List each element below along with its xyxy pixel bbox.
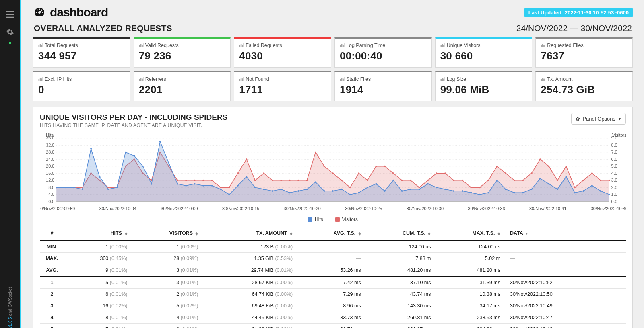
svg-point-205 — [522, 192, 524, 193]
metric-value: 30 660 — [440, 50, 527, 62]
table-header[interactable]: TX. AMOUNT ◆ — [203, 227, 297, 241]
svg-point-203 — [505, 189, 506, 190]
svg-text:1.0: 1.0 — [611, 192, 617, 197]
gear-icon: ✿ — [576, 116, 580, 122]
metric-value: 00:00:40 — [340, 50, 427, 62]
svg-rect-37 — [142, 78, 142, 81]
svg-text:5.0: 5.0 — [611, 164, 617, 168]
svg-point-142 — [539, 158, 541, 160]
table-header[interactable]: # — [40, 227, 64, 241]
svg-point-164 — [168, 162, 169, 164]
date-range: 24/NOV/2022 — 30/NOV/2022 — [516, 23, 632, 33]
svg-rect-48 — [442, 78, 443, 81]
metric-card: Not Found1711 — [234, 71, 331, 101]
table-row[interactable]: 316 (0.02%)5 (0.02%)69.48 KiB (0.00%)8.9… — [40, 300, 626, 312]
table-header[interactable]: DATA ▾ — [505, 227, 626, 241]
table-header[interactable]: HITS ◆ — [64, 227, 132, 241]
table-row[interactable]: 26 (0.01%)2 (0.01%)64.74 KiB (0.00%)7.29… — [40, 289, 626, 300]
svg-rect-32 — [40, 78, 41, 81]
panel-subtitle: HITS HAVING THE SAME IP, DATE AND AGENT … — [40, 123, 227, 128]
svg-text:30/Nov/2022:09:59: 30/Nov/2022:09:59 — [40, 206, 75, 211]
panel-options-button[interactable]: ✿ Panel Options ▼ — [571, 113, 626, 125]
svg-point-107 — [237, 172, 239, 174]
table-header[interactable]: VISITORS ◆ — [132, 227, 203, 241]
svg-point-114 — [297, 180, 299, 181]
svg-text:20.0: 20.0 — [46, 164, 54, 168]
svg-point-108 — [246, 158, 247, 160]
svg-point-175 — [263, 189, 264, 190]
svg-point-194 — [427, 183, 429, 185]
svg-point-144 — [557, 180, 558, 181]
svg-point-184 — [341, 189, 343, 190]
svg-text:4.0: 4.0 — [611, 171, 617, 176]
svg-point-182 — [324, 190, 325, 192]
svg-rect-6 — [38, 47, 43, 47]
svg-text:0.0: 0.0 — [611, 199, 617, 204]
table-row[interactable]: 15 (0.01%)3 (0.01%)28.67 KiB (0.00%)7.42… — [40, 277, 626, 289]
chart-legend: Hits Visitors — [40, 217, 626, 222]
metric-card: Tx. Amount254.73 GiB — [535, 71, 633, 101]
hamburger-icon[interactable] — [4, 9, 16, 20]
svg-point-151 — [56, 187, 57, 188]
svg-point-131 — [444, 172, 446, 174]
svg-point-137 — [496, 166, 498, 167]
svg-point-202 — [496, 180, 498, 181]
svg-rect-43 — [340, 79, 341, 81]
table-header[interactable]: CUM. T.S. ◆ — [366, 227, 436, 241]
svg-text:30/Nov/2022:10:04: 30/Nov/2022:10:04 — [99, 206, 136, 211]
table-row[interactable]: 48 (0.01%)4 (0.01%)44.45 KiB (0.00%)33.7… — [40, 312, 626, 324]
svg-point-188 — [375, 183, 377, 185]
svg-point-152 — [64, 187, 66, 188]
table-header[interactable]: AVG. T.S. ◆ — [297, 227, 366, 241]
svg-point-172 — [237, 185, 239, 187]
svg-point-140 — [522, 180, 524, 181]
svg-point-1 — [36, 12, 37, 13]
svg-point-187 — [367, 187, 368, 188]
gear-icon[interactable] — [4, 27, 16, 38]
svg-rect-38 — [239, 81, 244, 81]
svg-point-106 — [229, 187, 230, 188]
svg-point-127 — [410, 180, 411, 181]
svg-text:28.0: 28.0 — [46, 150, 54, 154]
svg-point-176 — [272, 190, 273, 192]
table-summary-row: AVG.9 (0.01%)3 (0.01%)29.74 MiB (0.01%)5… — [40, 264, 626, 277]
table-header[interactable]: MAX. T.S. ◆ — [436, 227, 505, 241]
svg-rect-30 — [38, 81, 43, 81]
svg-rect-21 — [343, 45, 344, 47]
svg-point-118 — [332, 172, 334, 174]
metric-value: 344 957 — [38, 50, 125, 62]
svg-point-193 — [419, 189, 420, 190]
svg-point-198 — [462, 190, 463, 192]
svg-point-209 — [557, 189, 558, 190]
metric-label: Log Size — [440, 76, 527, 82]
svg-point-104 — [211, 180, 213, 181]
metric-value: 2201 — [139, 84, 226, 96]
version-link[interactable]: v1.6.5 — [8, 317, 12, 328]
svg-point-146 — [574, 187, 576, 188]
svg-point-129 — [427, 180, 429, 181]
svg-text:30/Nov/2022:10:30: 30/Nov/2022:10:30 — [407, 206, 444, 211]
svg-point-189 — [384, 190, 386, 192]
svg-rect-22 — [440, 47, 445, 47]
svg-rect-40 — [241, 78, 242, 81]
metric-value: 79 236 — [139, 50, 226, 62]
metric-value: 1711 — [239, 84, 326, 96]
svg-point-156 — [99, 176, 101, 178]
svg-rect-18 — [340, 47, 345, 47]
table-row[interactable]: 57 (0.01%)3 (0.01%)31.38 KiB (0.00%)31.7… — [40, 324, 626, 328]
svg-point-196 — [444, 189, 446, 190]
svg-point-119 — [341, 180, 343, 181]
metric-card: Valid Requests79 236 — [134, 37, 231, 68]
svg-text:30/Nov/2022:10:41: 30/Nov/2022:10:41 — [529, 206, 566, 211]
svg-rect-26 — [541, 47, 545, 47]
svg-point-168 — [202, 185, 204, 187]
svg-point-109 — [254, 180, 256, 181]
svg-point-111 — [272, 180, 273, 181]
svg-point-169 — [211, 185, 213, 187]
table-summary-row: MAX.360 (0.45%)28 (0.09%)1.35 GiB (0.53%… — [40, 253, 626, 264]
metric-label: Static Files — [340, 76, 427, 82]
svg-point-206 — [531, 189, 533, 190]
metric-label: Valid Requests — [139, 43, 226, 48]
svg-point-186 — [358, 192, 359, 193]
svg-point-157 — [107, 189, 109, 190]
